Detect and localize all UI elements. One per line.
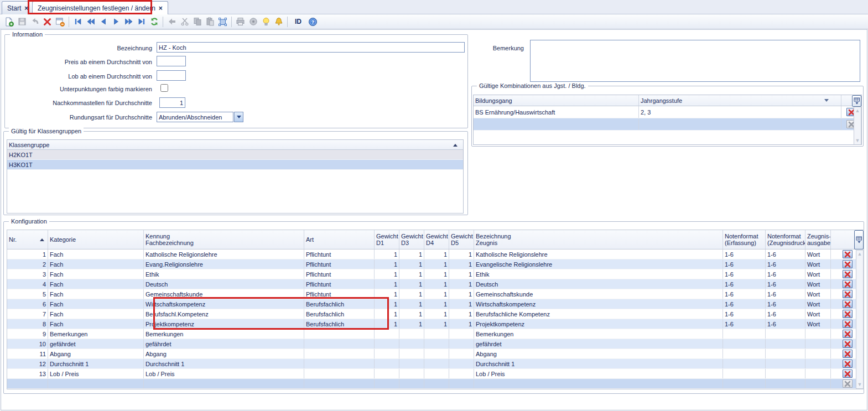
cfg-cell-d4 [424,329,449,339]
first-record-button[interactable] [71,15,84,28]
cfg-header-d1[interactable]: Gewicht D1 [375,230,399,249]
hint-button[interactable] [259,15,272,28]
konfiguration-row[interactable]: 13Lob / PreisLob / PreisLob / Preis [7,369,864,379]
next-record-button[interactable] [110,15,122,28]
help-button[interactable]: ? [306,15,319,28]
fast-prev-button[interactable] [84,15,97,28]
klassengruppe-header[interactable]: Klassengruppe [7,140,463,149]
konfiguration-row[interactable]: 9BemerkungenBemerkungenBemerkungen [7,329,864,339]
column-chooser-button[interactable] [852,95,861,107]
bemerkung-textarea[interactable] [530,40,860,82]
cfg-row-delete-button[interactable] [843,310,853,318]
cfg-row-delete-button[interactable] [843,300,853,308]
lob-input[interactable] [157,70,186,81]
red-x-icon [844,321,851,327]
scroll-down-icon[interactable]: ▼ [855,138,860,143]
notify-button[interactable] [272,15,285,28]
cfg-header-d5[interactable]: Gewicht D5 [449,230,474,249]
cfg-row-delete-button[interactable] [843,320,853,328]
konfiguration-empty-row[interactable] [7,379,864,389]
cfg-header-ausgabe[interactable]: Zeugnis- ausgabe [805,230,831,249]
cfg-row-delete-button[interactable] [843,250,853,258]
select-button[interactable] [216,15,229,28]
vertical-scrollbar[interactable]: ▲▼ [854,107,861,145]
scroll-up-icon[interactable]: ▲ [855,108,860,113]
last-record-button[interactable] [135,15,148,28]
fast-next-button[interactable] [122,15,135,28]
klassengruppen-row[interactable]: H3KO1T [7,160,463,170]
cfg-header-d3[interactable]: Gewicht D3 [399,230,424,249]
tab-close-icon[interactable]: × [24,4,28,12]
cfg-cell-art [304,329,375,339]
cfg-header-nr[interactable]: Nr. [7,230,48,249]
konfiguration-table: Nr.KategorieKennung FachbezeichnungArtGe… [7,230,864,389]
kombi-header-jahrgangsstufe[interactable]: Jahrgangsstufe [639,95,841,106]
grid-chooser-icon [856,236,862,243]
cfg-cell-d3: 1 [399,299,424,309]
cfg-header-kategorie[interactable]: Kategorie [48,230,144,249]
column-chooser-button[interactable] [854,230,864,249]
prev-record-button[interactable] [97,15,110,28]
save-button [15,15,28,28]
form-settings-button[interactable] [54,15,66,28]
cfg-row-delete-button[interactable] [843,330,853,338]
klassengruppen-row[interactable]: H2KO1T [7,150,463,160]
cfg-cell-nf_erfassung: 1-6 [723,299,766,309]
nav-next-icon [112,17,121,26]
kombinationen-empty-row[interactable] [474,118,861,131]
kombi-header-bildungsgang[interactable]: Bildungsgang [474,95,639,106]
cfg-cell-art: Pflichtunt [304,279,375,289]
konfiguration-row[interactable]: 3FachEthikPflichtunt1111Ethik1-61-6Wort [7,269,864,279]
cfg-row-delete-button[interactable] [843,280,853,288]
cfg-header-nf_erfassung[interactable]: Notenformat (Erfassung) [723,230,766,249]
bezeichnung-input[interactable] [157,42,465,53]
cfg-row-delete-button[interactable] [843,340,853,348]
scroll-down-icon[interactable]: ▼ [857,382,862,387]
cfg-cell-nf_druck: 1-6 [766,319,805,329]
cfg-header-art[interactable]: Art [304,230,375,249]
tab-zeugniseinstellungen[interactable]: Zeugniseinstellungen festlegen / ändern … [32,1,168,14]
cfg-row-delete-button[interactable] [843,260,853,268]
new-record-button[interactable] [3,15,15,28]
refresh-button[interactable] [148,15,160,28]
id-button[interactable]: ID [290,15,306,28]
kombinationen-row[interactable]: BS Ernährung/Hauswirtschaft2, 3 [474,106,861,118]
konfiguration-row[interactable]: 12Durchschnitt 1Durchschnitt 1Durchschni… [7,359,864,369]
preis-input[interactable] [157,56,186,66]
cfg-header-zeugnis[interactable]: Bezeichnung Zeugnis [474,230,723,249]
vertical-scrollbar[interactable]: ▲▼ [856,250,864,389]
konfiguration-row[interactable]: 1FachKatholische ReligionslehrePflichtun… [7,249,864,259]
konfiguration-row[interactable]: 5FachGemeinschaftskundePflichtunt1111Gem… [7,289,864,299]
cfg-row-delete-button[interactable] [843,290,853,298]
konfiguration-row[interactable]: 10gefährdetgefährdetgefährdet [7,339,864,349]
cfg-cell-kategorie: Fach [48,269,144,279]
konfiguration-row[interactable]: 6FachWirtschaftskompetenzBerufsfachlich1… [7,299,864,309]
konfiguration-row[interactable]: 4FachDeutschPflichtunt1111Deutsch1-61-6W… [7,279,864,289]
konfiguration-row[interactable]: 11AbgangAbgangAbgang [7,349,864,359]
rundungsart-dropdown-button[interactable] [234,112,243,122]
cfg-header-nf_druck[interactable]: Notenformat (Zeugnisdruck) [766,230,805,249]
filter-dropdown-icon[interactable] [824,99,829,102]
cfg-header-d4[interactable]: Gewicht D4 [424,230,449,249]
konfiguration-row[interactable]: 8FachProjektkompetenzBerufsfachlich1111P… [7,319,864,329]
cfg-header-kennung[interactable]: Kennung Fachbezeichnung [144,230,304,249]
cfg-row-delete-button[interactable] [843,270,853,278]
nachkommastellen-input[interactable] [159,97,185,108]
tab-start[interactable]: Start × [2,1,34,14]
cfg-cell-art [304,339,375,348]
tab-close-icon[interactable]: × [159,4,163,12]
cfg-row-delete-button[interactable] [843,360,853,368]
scroll-up-icon[interactable]: ▲ [857,252,862,257]
cfg-cell-d1 [375,349,399,358]
cfg-cell-d4: 1 [424,269,449,279]
konfiguration-row[interactable]: 7FachBerufsfachl.KompetenzBerufsfachlich… [7,309,864,319]
rundungsart-select[interactable] [157,112,233,122]
cfg-cell-nf_erfassung: 1-6 [723,259,766,269]
cfg-row-delete-button[interactable] [843,350,853,358]
cfg-row-delete-button[interactable] [843,370,853,378]
cfg-cell-zeugnis: Durchschnitt 1 [474,359,723,368]
red-x-icon [43,18,51,26]
unterpunktungen-checkbox[interactable] [160,84,168,92]
konfiguration-row[interactable]: 2FachEvang.ReligionslehrePflichtunt1111E… [7,259,864,269]
delete-record-button[interactable] [41,15,54,28]
